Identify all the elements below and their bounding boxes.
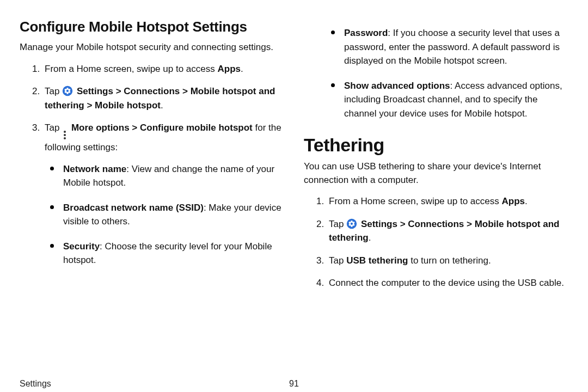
step-3-bold: More options > Configure mobile hotspot bbox=[71, 122, 253, 133]
t-step-2-b: Settings > Connections > Mobile hotspot … bbox=[329, 219, 559, 243]
bullet-password-label: Password bbox=[344, 28, 388, 38]
bullet-security-label: Security bbox=[63, 241, 100, 252]
t-step-1-b: Apps bbox=[501, 196, 525, 206]
step-3: Tap More options > Configure mobile hots… bbox=[42, 121, 284, 267]
t-step-3-c: to turn on tethering. bbox=[408, 255, 491, 266]
bullet-show-advanced: Show advanced options: Access advanced o… bbox=[329, 79, 568, 121]
step-2-bold: Settings > Connections > Mobile hotspot … bbox=[45, 86, 275, 111]
t-step-4-text: Connect the computer to the device using… bbox=[329, 278, 564, 288]
configure-hotspot-bullets-continued: Password: If you choose a security level… bbox=[304, 26, 568, 120]
settings-icon bbox=[62, 85, 73, 96]
t-step-1: From a Home screen, swipe up to access A… bbox=[327, 194, 568, 209]
two-column-layout: Configure Mobile Hotspot Settings Manage… bbox=[20, 19, 568, 381]
step-1-bold: Apps bbox=[217, 64, 241, 74]
t-step-2: Tap Settings > Connections > Mobile hots… bbox=[327, 217, 568, 245]
bullet-show-advanced-label: Show advanced options bbox=[344, 81, 450, 91]
step-1-text-a: From a Home screen, swipe up to access bbox=[45, 64, 217, 74]
configure-hotspot-intro: Manage your Mobile hotspot security and … bbox=[20, 41, 284, 54]
t-step-2-a: Tap bbox=[329, 219, 346, 229]
step-2: Tap Settings > Connections > Mobile hots… bbox=[42, 84, 284, 112]
tethering-steps: From a Home screen, swipe up to access A… bbox=[304, 194, 568, 290]
svg-point-0 bbox=[63, 86, 72, 96]
t-step-1-c: . bbox=[525, 196, 528, 206]
t-step-3-a: Tap bbox=[329, 255, 346, 266]
t-step-3-b: USB tethering bbox=[346, 255, 408, 266]
svg-point-1 bbox=[347, 219, 357, 229]
bullet-security: Security: Choose the security level for … bbox=[48, 240, 284, 267]
t-step-4: Connect the computer to the device using… bbox=[327, 276, 568, 290]
bullet-network-name: Network name: View and change the name o… bbox=[48, 162, 284, 190]
configure-hotspot-heading: Configure Mobile Hotspot Settings bbox=[20, 19, 284, 35]
t-step-2-c: . bbox=[369, 232, 371, 243]
footer-page-number: 91 bbox=[289, 379, 299, 389]
tethering-heading: Tethering bbox=[304, 134, 568, 156]
bullet-broadcast-ssid-label: Broadcast network name (SSID) bbox=[63, 203, 204, 213]
t-step-1-a: From a Home screen, swipe up to access bbox=[329, 196, 501, 206]
configure-hotspot-bullets: Network name: View and change the name o… bbox=[45, 162, 284, 267]
tethering-intro: You can use USB tethering to share your … bbox=[304, 160, 568, 187]
step-1: From a Home screen, swipe up to access A… bbox=[42, 62, 284, 76]
t-step-3: Tap USB tethering to turn on tethering. bbox=[327, 254, 568, 268]
bullet-broadcast-ssid: Broadcast network name (SSID): Make your… bbox=[48, 201, 284, 229]
step-2-text-a: Tap bbox=[45, 86, 62, 96]
manual-page: Configure Mobile Hotspot Settings Manage… bbox=[0, 0, 588, 392]
settings-icon bbox=[346, 218, 357, 229]
more-options-icon bbox=[62, 130, 68, 140]
right-column: Password: If you choose a security level… bbox=[304, 19, 568, 381]
bullet-network-name-label: Network name bbox=[63, 164, 126, 174]
step-1-text-c: . bbox=[241, 64, 243, 74]
footer-section-label: Settings bbox=[20, 379, 51, 389]
step-3-text-a: Tap bbox=[45, 122, 62, 133]
bullet-password: Password: If you choose a security level… bbox=[329, 26, 568, 68]
left-column: Configure Mobile Hotspot Settings Manage… bbox=[20, 19, 284, 381]
configure-hotspot-steps: From a Home screen, swipe up to access A… bbox=[20, 62, 284, 267]
step-2-text-c: . bbox=[161, 100, 163, 111]
